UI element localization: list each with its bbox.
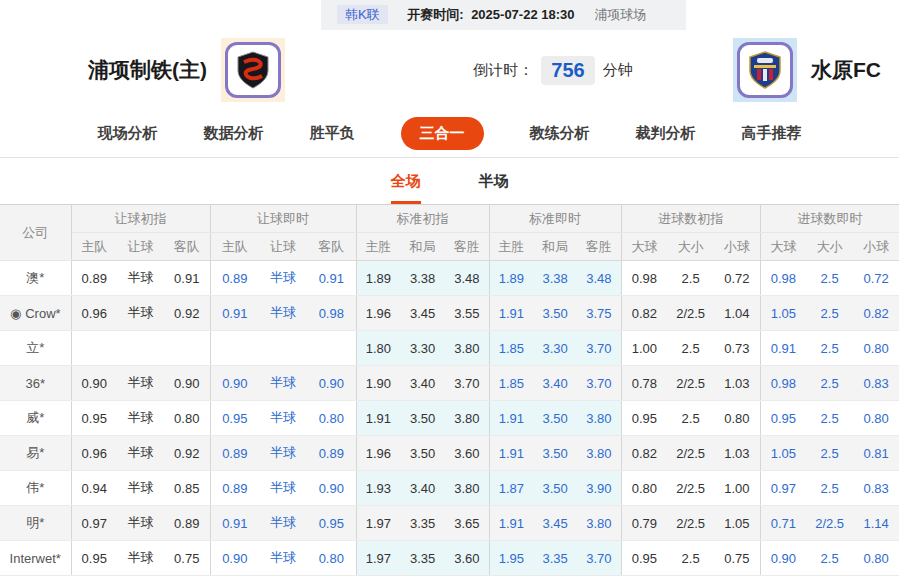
odds-cell[interactable]: 0.91 xyxy=(307,261,356,296)
nav-tab-4[interactable]: 教练分析 xyxy=(530,124,590,143)
odds-cell[interactable]: 1.85 xyxy=(489,331,533,366)
odds-cell[interactable]: 半球 xyxy=(259,296,307,331)
odds-cell[interactable]: 3.80 xyxy=(577,506,621,541)
odds-cell[interactable]: 2.5 xyxy=(806,436,853,471)
odds-cell[interactable]: 0.91 xyxy=(210,506,259,541)
odds-cell[interactable]: 1.14 xyxy=(853,506,899,541)
odds-cell[interactable]: 0.90 xyxy=(760,541,806,576)
odds-cell[interactable]: 3.70 xyxy=(577,541,621,576)
odds-cell[interactable]: 2.5 xyxy=(806,541,853,576)
odds-cell[interactable] xyxy=(210,331,259,366)
odds-cell[interactable]: 2/2.5 xyxy=(806,506,853,541)
odds-cell[interactable]: 0.95 xyxy=(760,401,806,436)
odds-cell[interactable]: 2.5 xyxy=(806,296,853,331)
odds-cell[interactable]: 0.90 xyxy=(210,366,259,401)
odds-cell[interactable]: 0.83 xyxy=(853,471,899,506)
nav-tab-0[interactable]: 现场分析 xyxy=(98,124,158,143)
odds-cell[interactable]: 0.89 xyxy=(307,436,356,471)
odds-cell[interactable]: 半球 xyxy=(259,506,307,541)
odds-cell[interactable]: 半球 xyxy=(259,436,307,471)
odds-cell[interactable]: 0.98 xyxy=(307,296,356,331)
odds-cell[interactable]: 1.85 xyxy=(489,366,533,401)
odds-cell[interactable]: 半球 xyxy=(259,471,307,506)
odds-cell[interactable]: 3.38 xyxy=(533,261,577,296)
odds-cell[interactable]: 0.82 xyxy=(853,296,899,331)
odds-cell[interactable] xyxy=(307,331,356,366)
odds-cell[interactable]: 1.95 xyxy=(489,541,533,576)
odds-cell[interactable]: 1.91 xyxy=(489,506,533,541)
nav-tab-2[interactable]: 胜平负 xyxy=(310,124,355,143)
odds-cell[interactable]: 半球 xyxy=(259,541,307,576)
odds-cell[interactable]: 半球 xyxy=(259,261,307,296)
odds-cell[interactable]: 0.80 xyxy=(853,331,899,366)
odds-cell[interactable]: 0.91 xyxy=(760,331,806,366)
odds-cell[interactable]: 1.05 xyxy=(760,296,806,331)
odds-cell[interactable]: 0.80 xyxy=(307,401,356,436)
odds-cell[interactable]: 0.83 xyxy=(853,366,899,401)
company-cell[interactable]: 伟* xyxy=(0,471,71,506)
odds-cell[interactable]: 3.48 xyxy=(577,261,621,296)
odds-cell[interactable]: 2.5 xyxy=(806,401,853,436)
odds-cell[interactable]: 0.80 xyxy=(853,401,899,436)
odds-cell[interactable]: 0.91 xyxy=(210,296,259,331)
odds-cell[interactable]: 0.80 xyxy=(307,541,356,576)
odds-cell[interactable]: 3.50 xyxy=(533,401,577,436)
company-cell[interactable]: 明* xyxy=(0,506,71,541)
nav-tab-3[interactable]: 三合一 xyxy=(401,117,484,150)
sub-tab-1[interactable]: 半场 xyxy=(479,172,509,204)
odds-cell[interactable]: 0.98 xyxy=(760,261,806,296)
odds-cell[interactable]: 3.50 xyxy=(533,436,577,471)
odds-cell[interactable]: 0.90 xyxy=(210,541,259,576)
odds-cell[interactable]: 3.50 xyxy=(533,471,577,506)
odds-cell[interactable]: 3.75 xyxy=(577,296,621,331)
odds-cell[interactable]: 半球 xyxy=(259,366,307,401)
odds-cell[interactable]: 1.89 xyxy=(489,261,533,296)
odds-cell[interactable]: 3.90 xyxy=(577,471,621,506)
odds-cell[interactable]: 0.90 xyxy=(307,366,356,401)
odds-cell[interactable]: 2.5 xyxy=(806,261,853,296)
company-cell[interactable]: 36* xyxy=(0,366,71,401)
odds-cell[interactable]: 1.87 xyxy=(489,471,533,506)
nav-tab-6[interactable]: 高手推荐 xyxy=(742,124,802,143)
sub-tab-0[interactable]: 全场 xyxy=(391,172,421,204)
odds-cell[interactable]: 3.45 xyxy=(533,506,577,541)
company-cell[interactable]: ◉Crow* xyxy=(0,296,71,331)
odds-cell[interactable]: 2.5 xyxy=(806,331,853,366)
odds-cell[interactable]: 3.30 xyxy=(533,331,577,366)
odds-cell[interactable]: 2.5 xyxy=(806,471,853,506)
company-cell[interactable]: 易* xyxy=(0,436,71,471)
odds-cell[interactable]: 3.50 xyxy=(533,296,577,331)
odds-cell[interactable]: 1.91 xyxy=(489,296,533,331)
odds-cell[interactable]: 0.98 xyxy=(760,366,806,401)
odds-cell[interactable]: 0.89 xyxy=(210,436,259,471)
company-cell[interactable]: Interwet* xyxy=(0,541,71,576)
odds-cell[interactable]: 1.91 xyxy=(489,436,533,471)
odds-cell[interactable]: 0.90 xyxy=(307,471,356,506)
odds-cell[interactable]: 0.95 xyxy=(307,506,356,541)
odds-cell[interactable]: 0.89 xyxy=(210,261,259,296)
nav-tab-5[interactable]: 裁判分析 xyxy=(636,124,696,143)
odds-cell[interactable]: 0.81 xyxy=(853,436,899,471)
odds-cell[interactable]: 0.72 xyxy=(853,261,899,296)
odds-cell[interactable]: 0.89 xyxy=(210,471,259,506)
odds-cell[interactable]: 2.5 xyxy=(806,366,853,401)
odds-cell[interactable]: 3.40 xyxy=(533,366,577,401)
odds-cell[interactable]: 0.80 xyxy=(853,541,899,576)
nav-tab-1[interactable]: 数据分析 xyxy=(204,124,264,143)
odds-cell[interactable] xyxy=(259,331,307,366)
odds-cell[interactable]: 3.80 xyxy=(577,401,621,436)
odds-cell[interactable]: 3.70 xyxy=(577,331,621,366)
odds-cell[interactable]: 3.70 xyxy=(577,366,621,401)
odds-cell[interactable]: 3.80 xyxy=(577,436,621,471)
company-cell[interactable]: 威* xyxy=(0,401,71,436)
odds-cell[interactable]: 0.71 xyxy=(760,506,806,541)
odds-cell[interactable]: 1.91 xyxy=(489,401,533,436)
odds-cell[interactable]: 半球 xyxy=(259,401,307,436)
odds-cell[interactable]: 0.95 xyxy=(210,401,259,436)
odds-cell[interactable]: 0.97 xyxy=(760,471,806,506)
company-cell[interactable]: 澳* xyxy=(0,261,71,296)
company-cell[interactable]: 立* xyxy=(0,331,71,366)
odds-cell[interactable]: 3.35 xyxy=(533,541,577,576)
league-badge[interactable]: 韩K联 xyxy=(337,5,388,24)
odds-cell[interactable]: 1.05 xyxy=(760,436,806,471)
